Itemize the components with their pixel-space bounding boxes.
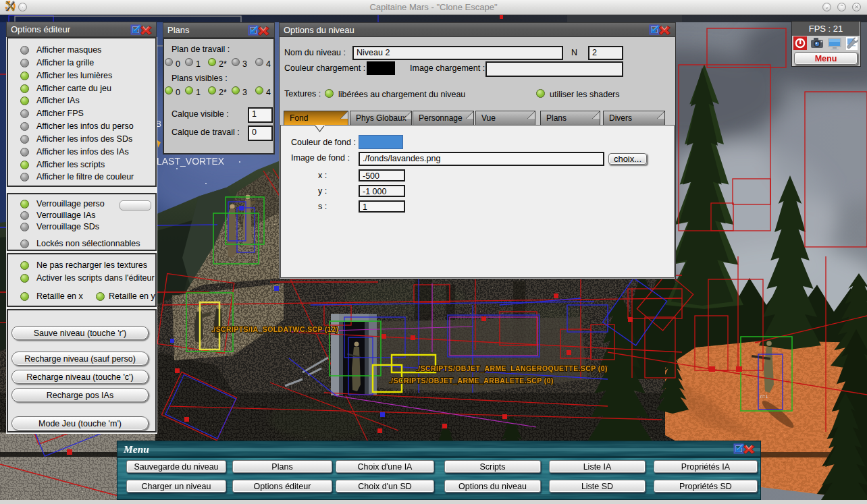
svg-text:./SCRIPTS/OBJET_ARME_ARBALETE.: ./SCRIPTS/OBJET_ARME_ARBALETE.SCP (0): [389, 376, 554, 385]
svg-text:./SCRIPTS/OBJET_ARME_LANGEROQU: ./SCRIPTS/OBJET_ARME_LANGEROQUETTE.SCP (…: [416, 364, 608, 372]
svg-text:./SCRIPTS/IA_SOLDATWC.SCP (12): ./SCRIPTS/IA_SOLDATWC.SCP (12): [211, 325, 338, 333]
svg-text:LAST_VORTEX: LAST_VORTEX: [157, 156, 225, 167]
svg-text:n=1: n=1: [760, 394, 768, 399]
